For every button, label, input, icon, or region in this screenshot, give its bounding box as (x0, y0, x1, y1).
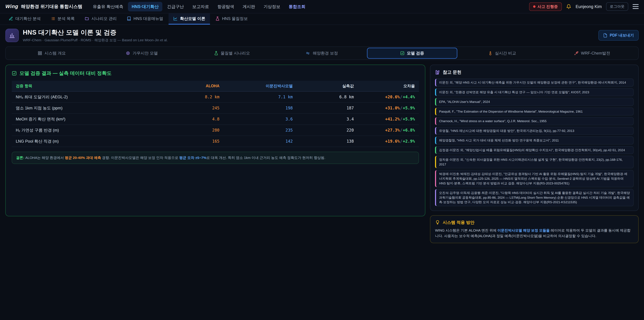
reference-item: Charnock, H., "Wind stress on a water su… (435, 117, 634, 125)
reference-item: 정차용·이문진 외, "신속한 의사결정을 위한 HNS 사고이력관리시스템 설… (435, 156, 634, 168)
top-nav-item[interactable]: 보고자료 (188, 2, 213, 12)
highlighted-text: 평균 20-40% 과대 예측 (65, 156, 101, 160)
section-tab-label: 시스템 개요 (44, 51, 66, 56)
references-list: 이문진 외, "해양 HNS 사고 시 대기확산 예측을 위한 가우시안 모델의… (435, 79, 634, 206)
subnav-tab-label: 확산모델 이론 (180, 16, 205, 21)
top-nav-item[interactable]: HNS·대기확산 (128, 2, 162, 12)
flask-icon (214, 51, 218, 55)
thermometer-icon (488, 51, 492, 55)
cell-item: 염소 1km 지점 농도 (ppm) (12, 103, 166, 114)
subnav-tab[interactable]: 분석 목록 (46, 14, 80, 25)
subnav-tab[interactable]: HNS 물질정보 (211, 14, 252, 25)
top-nav-item[interactable]: 긴급구난 (163, 2, 188, 12)
subnav-tab-label: 분석 목록 (58, 16, 75, 21)
cell-aloha-value: 280 (166, 125, 224, 136)
cell-aloha-value: 165 (166, 136, 224, 147)
cell-item: H₂ 가연성 구름 반경 (m) (12, 125, 166, 136)
cell-model-value: 142 (224, 136, 297, 147)
section-tab-label: WRF-Chem발전 (581, 51, 610, 56)
reference-item: Pasquill, F., "The Estimation of the Dis… (435, 108, 634, 116)
cell-error-value: +31.0%/+5.9% (358, 103, 419, 114)
cell-aloha-value: 245 (166, 103, 224, 114)
application-title-row: 시스템 적용 방안 (435, 220, 634, 225)
rocket-icon (574, 51, 578, 55)
right-column: 참고 문헌 이문진 외, "해양 HNS 사고 시 대기확산 예측을 위한 가우… (430, 65, 639, 243)
references-title: 참고 문헌 (443, 69, 461, 75)
cell-measured-value: 3.4 (297, 114, 358, 125)
cell-item: MeOH 증기 확산 면적 (km²) (12, 114, 166, 125)
section-tabs: 시스템 개요가우시안 모델물질별 시나리오해양환경 보정모델 검증실시간 비교W… (5, 47, 639, 60)
system-application-panel: 시스템 적용 방안 WING 시스템은 기본 ALOHA 엔진 위에 이문진박사… (430, 215, 639, 243)
top-nav-item[interactable]: 통합조회 (285, 2, 309, 12)
chart-line-icon (173, 17, 178, 21)
table-row: LNG Pool 확산 직경 (m)165142138+19.6%/+2.9% (12, 136, 419, 147)
section-tab[interactable]: 해양환경 보정 (277, 48, 367, 59)
subnav-tab[interactable]: 대기확산 분석 (4, 14, 46, 25)
section-tab[interactable]: 실시간 비교 (457, 48, 547, 59)
cell-measured-value: 6.8 km (297, 92, 358, 103)
section-tab-label: 해양환경 보정 (313, 51, 338, 56)
table-row: MeOH 증기 확산 면적 (km²)4.83.63.4+41.2%/+5.9% (12, 114, 419, 125)
subnav-tab-label: HNS 물질정보 (222, 16, 248, 21)
column-header-measured: 실측값 (297, 81, 358, 92)
page-header: HNS 대기확산 모델 이론 및 검증 WRF-Chem · Gaussian … (0, 25, 644, 46)
section-tab[interactable]: 시스템 개요 (7, 48, 97, 59)
sub-nav: 대기확산 분석분석 목록시나리오 관리HNS 대응매뉴얼확산모델 이론HNS 물… (0, 14, 644, 25)
top-nav-item[interactable]: 유출유 확산예측 (89, 2, 127, 12)
top-nav-item[interactable]: 항공탐색 (214, 2, 238, 12)
pencil-icon (9, 17, 13, 21)
section-tab-label: 가우시안 모델 (132, 51, 158, 56)
text: 경향. 이문진박사모델은 해양 보정 인자 적용으로 (101, 156, 179, 160)
highlighted-text: 결론: (16, 156, 24, 160)
text: ALOHA는 해양 환경에서 (24, 156, 65, 160)
subnav-tab[interactable]: 시나리오 관리 (80, 14, 122, 25)
table-row: NH₃ 최대 도달거리 (AEGL-2)8.2 km7.1 km6.8 km+2… (12, 92, 419, 103)
page-subtitle: WRF-Chem · Gaussian Plume/Puff · ROMS · … (23, 38, 168, 43)
cell-item: LNG Pool 확산 직경 (m) (12, 136, 166, 147)
list-icon (51, 17, 55, 21)
user-name: Eunjeong Kim (576, 4, 602, 9)
pdf-export-button[interactable]: PDF 내보내기 (598, 30, 639, 41)
top-nav-item[interactable]: 게시판 (239, 2, 259, 12)
flask-icon (215, 17, 220, 21)
top-nav-item[interactable]: 기상정보 (260, 2, 284, 12)
cell-measured-value: 220 (297, 125, 358, 136)
wave-icon (306, 51, 310, 55)
cell-item: NH₃ 최대 도달거리 (AEGL-2) (12, 92, 166, 103)
section-tab[interactable]: 모델 검증 (367, 48, 457, 59)
cell-aloha-value: 4.8 (166, 114, 224, 125)
page-title: HNS 대기확산 모델 이론 및 검증 (23, 28, 168, 37)
top-bar-right: 사고 진행중 Eunjeong Kim 로그아웃 (529, 2, 639, 11)
reference-item: 김정겸·이문진 외, "해양산업시설 배출 위험유해물질(HNS)의 해양확산 … (435, 146, 634, 154)
column-header-model: 이문진박사모델 (224, 81, 297, 92)
section-tab[interactable]: WRF-Chem발전 (547, 48, 637, 59)
top-nav: 유출유 확산예측HNS·대기확산긴급구난보고자료항공탐색게시판기상정보통합조회 (89, 2, 309, 12)
cell-error-value: +20.6%/+4.4% (358, 92, 419, 103)
notification-bell-icon[interactable] (566, 4, 571, 9)
incident-status-badge[interactable]: 사고 진행중 (529, 2, 562, 11)
logout-button[interactable]: 로그아웃 (606, 2, 628, 11)
cell-measured-value: 187 (297, 103, 358, 114)
section-tab[interactable]: 가우시안 모델 (97, 48, 187, 59)
books-icon (435, 70, 440, 75)
section-tab-label: 모델 검증 (407, 51, 424, 56)
subnav-tab-label: 대기확산 분석 (16, 16, 41, 21)
section-tab-label: 물질별 시나리오 (221, 51, 250, 56)
main-content: 모델 검증 결과 — 실측 데이터 대비 정확도 검증 항목 ALOHA 이문진… (0, 65, 644, 243)
brand[interactable]: Wing 해양환경 위기대응 통합시스템 (5, 4, 82, 10)
conclusion-note: 결론: ALOHA는 해양 환경에서 평균 20-40% 과대 예측 경향. 이… (12, 152, 419, 164)
file-icon (603, 33, 608, 38)
page-header-chart-icon (5, 29, 19, 42)
references-panel: 참고 문헌 이문진 외, "해양 HNS 사고 시 대기확산 예측을 위한 가우… (430, 65, 639, 211)
section-tab[interactable]: 물질별 시나리오 (187, 48, 277, 59)
book-icon (127, 17, 131, 21)
reference-item: EPA, "ALOHA User's Manual", 2024 (435, 98, 634, 106)
cell-error-value: +27.3%/+6.8% (358, 125, 419, 136)
reference-item: 이문진 외, "해양 HNS 사고 시 대기확산 예측을 위한 가우시안 모델의… (435, 79, 634, 87)
menu-icon[interactable] (632, 4, 639, 9)
subnav-tab[interactable]: HNS 대응매뉴얼 (122, 14, 168, 25)
reference-item: 이문진 외, "친환경 선박연료 해양 유출 시 대기확산 특성 연구 — 암모… (435, 88, 634, 96)
incident-dot-icon (533, 5, 536, 8)
cell-model-value: 235 (224, 125, 297, 136)
subnav-tab[interactable]: 확산모델 이론 (168, 14, 210, 25)
